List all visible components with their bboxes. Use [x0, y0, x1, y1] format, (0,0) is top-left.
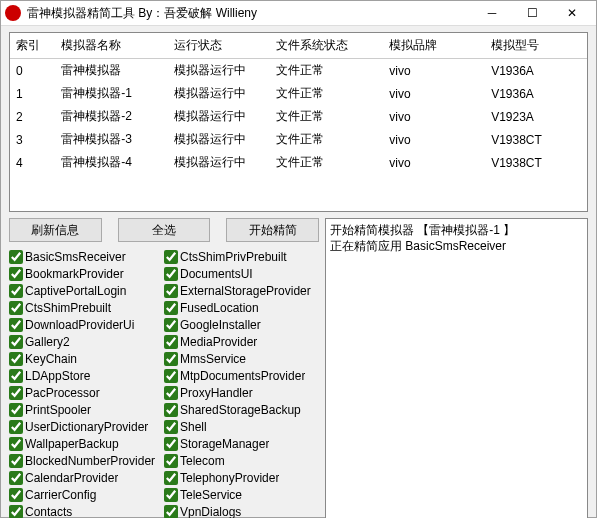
table-cell: 1	[10, 82, 55, 105]
check-item: WallpaperBackup	[9, 435, 164, 452]
package-checkbox[interactable]	[164, 505, 178, 519]
package-checkbox[interactable]	[9, 420, 23, 434]
table-row[interactable]: 2雷神模拟器-2模拟器运行中文件正常vivoV1923A	[10, 105, 587, 128]
table-cell: V1938CT	[485, 128, 587, 151]
column-header[interactable]: 运行状态	[168, 33, 270, 59]
package-checkbox[interactable]	[164, 471, 178, 485]
package-checkbox[interactable]	[9, 403, 23, 417]
column-header[interactable]: 索引	[10, 33, 55, 59]
package-checkbox[interactable]	[164, 250, 178, 264]
maximize-button[interactable]: ☐	[512, 1, 552, 25]
package-checkbox[interactable]	[164, 301, 178, 315]
package-label: DownloadProviderUi	[25, 318, 134, 332]
titlebar: 雷神模拟器精简工具 By：吾爱破解 Willieny ─ ☐ ✕	[1, 1, 596, 26]
lower-panel: 刷新信息 全选 开始精简 BasicSmsReceiverBookmarkPro…	[9, 218, 588, 518]
table-row[interactable]: 1雷神模拟器-1模拟器运行中文件正常vivoV1936A	[10, 82, 587, 105]
column-header[interactable]: 模拟器名称	[55, 33, 168, 59]
table-row[interactable]: 0雷神模拟器模拟器运行中文件正常vivoV1936A	[10, 59, 587, 83]
refresh-button[interactable]: 刷新信息	[9, 218, 102, 242]
package-checkbox[interactable]	[9, 505, 23, 519]
check-item: FusedLocation	[164, 299, 319, 316]
table-cell: 模拟器运行中	[168, 128, 270, 151]
package-label: MediaProvider	[180, 335, 257, 349]
package-label: TeleService	[180, 488, 242, 502]
column-header[interactable]: 模拟品牌	[383, 33, 485, 59]
log-output[interactable]: 开始精简模拟器 【雷神模拟器-1 】 正在精简应用 BasicSmsReceiv…	[325, 218, 588, 518]
check-item: BasicSmsReceiver	[9, 248, 164, 265]
package-checkbox[interactable]	[164, 420, 178, 434]
package-checkbox[interactable]	[9, 437, 23, 451]
table-cell: vivo	[383, 151, 485, 174]
content-area: 索引模拟器名称运行状态文件系统状态模拟品牌模拟型号 0雷神模拟器模拟器运行中文件…	[1, 26, 596, 518]
package-label: TelephonyProvider	[180, 471, 279, 485]
package-checkbox[interactable]	[164, 437, 178, 451]
check-item: Shell	[164, 418, 319, 435]
table-cell: 雷神模拟器-1	[55, 82, 168, 105]
check-item: ProxyHandler	[164, 384, 319, 401]
table-cell: V1938CT	[485, 151, 587, 174]
package-checkbox[interactable]	[164, 352, 178, 366]
package-label: MtpDocumentsProvider	[180, 369, 305, 383]
column-header[interactable]: 文件系统状态	[270, 33, 383, 59]
package-checkbox[interactable]	[164, 454, 178, 468]
package-checkbox[interactable]	[9, 267, 23, 281]
left-panel: 刷新信息 全选 开始精简 BasicSmsReceiverBookmarkPro…	[9, 218, 319, 518]
check-item: TelephonyProvider	[164, 469, 319, 486]
package-label: BlockedNumberProvider	[25, 454, 155, 468]
check-item: DownloadProviderUi	[9, 316, 164, 333]
table-row[interactable]: 4雷神模拟器-4模拟器运行中文件正常vivoV1938CT	[10, 151, 587, 174]
column-header[interactable]: 模拟型号	[485, 33, 587, 59]
package-checkbox[interactable]	[164, 284, 178, 298]
check-item: TeleService	[164, 486, 319, 503]
package-checkbox[interactable]	[164, 386, 178, 400]
table-cell: 文件正常	[270, 151, 383, 174]
check-item: CarrierConfig	[9, 486, 164, 503]
table-cell: V1936A	[485, 59, 587, 83]
package-checkbox[interactable]	[164, 488, 178, 502]
window-title: 雷神模拟器精简工具 By：吾爱破解 Willieny	[27, 5, 472, 22]
table-cell: 模拟器运行中	[168, 105, 270, 128]
table-cell: 模拟器运行中	[168, 82, 270, 105]
package-checkbox[interactable]	[9, 386, 23, 400]
check-item: StorageManager	[164, 435, 319, 452]
table-cell: 文件正常	[270, 128, 383, 151]
package-checkbox[interactable]	[164, 369, 178, 383]
check-item: CtsShimPrivPrebuilt	[164, 248, 319, 265]
package-label: SharedStorageBackup	[180, 403, 301, 417]
table-cell: 0	[10, 59, 55, 83]
check-item: CaptivePortalLogin	[9, 282, 164, 299]
package-checkbox[interactable]	[9, 369, 23, 383]
package-checkbox[interactable]	[9, 318, 23, 332]
emulator-table[interactable]: 索引模拟器名称运行状态文件系统状态模拟品牌模拟型号 0雷神模拟器模拟器运行中文件…	[9, 32, 588, 212]
package-checkbox[interactable]	[9, 284, 23, 298]
package-checkbox[interactable]	[9, 335, 23, 349]
check-item: MtpDocumentsProvider	[164, 367, 319, 384]
package-checkbox[interactable]	[9, 301, 23, 315]
package-checkbox[interactable]	[9, 488, 23, 502]
minimize-button[interactable]: ─	[472, 1, 512, 25]
package-label: GoogleInstaller	[180, 318, 261, 332]
table-cell: 雷神模拟器-4	[55, 151, 168, 174]
start-button[interactable]: 开始精简	[226, 218, 319, 242]
package-checkbox[interactable]	[164, 318, 178, 332]
package-label: FusedLocation	[180, 301, 259, 315]
package-label: WallpaperBackup	[25, 437, 119, 451]
package-label: Telecom	[180, 454, 225, 468]
package-checkbox[interactable]	[164, 335, 178, 349]
package-checkbox[interactable]	[9, 250, 23, 264]
package-checkbox[interactable]	[9, 471, 23, 485]
close-button[interactable]: ✕	[552, 1, 592, 25]
check-item: PrintSpooler	[9, 401, 164, 418]
package-label: Contacts	[25, 505, 72, 519]
package-checkbox[interactable]	[164, 403, 178, 417]
selectall-button[interactable]: 全选	[118, 218, 211, 242]
package-checkbox[interactable]	[9, 352, 23, 366]
check-item: MmsService	[164, 350, 319, 367]
check-item: CalendarProvider	[9, 469, 164, 486]
package-checkbox[interactable]	[164, 267, 178, 281]
table-row[interactable]: 3雷神模拟器-3模拟器运行中文件正常vivoV1938CT	[10, 128, 587, 151]
package-checkbox[interactable]	[9, 454, 23, 468]
table-cell: 2	[10, 105, 55, 128]
app-icon	[5, 5, 21, 21]
check-item: UserDictionaryProvider	[9, 418, 164, 435]
